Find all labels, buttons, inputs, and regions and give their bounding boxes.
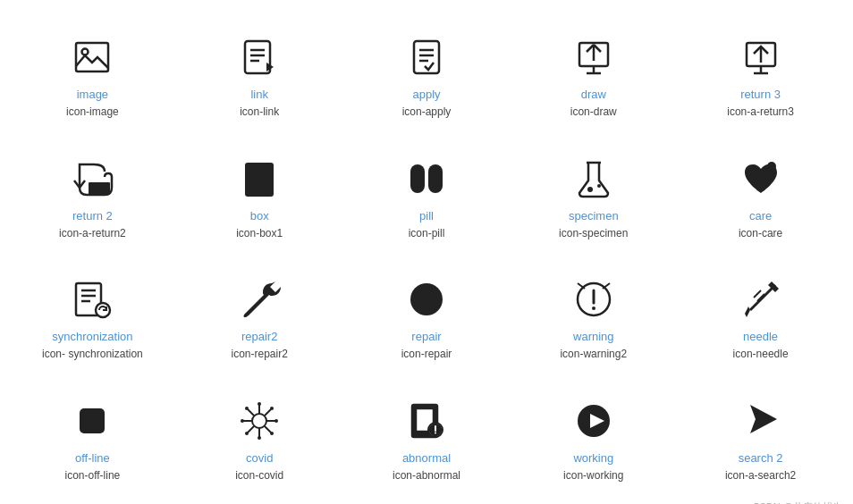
specimen-icon [570, 155, 617, 202]
svg-point-40 [252, 414, 266, 428]
svg-rect-20 [89, 182, 110, 195]
care-icon [738, 155, 784, 202]
svg-point-48 [274, 419, 278, 423]
search2-class: icon-a-search2 [725, 468, 796, 483]
icon-cell-working: working icon-working [510, 382, 677, 503]
svg-line-38 [754, 290, 761, 298]
image-class: icon-image [66, 105, 119, 120]
icon-cell-box: box icon-box1 [176, 139, 343, 261]
svg-point-44 [258, 436, 261, 440]
apply-icon [403, 34, 450, 80]
svg-point-35 [592, 307, 595, 310]
svg-point-56 [245, 432, 249, 435]
icon-cell-link: link icon-link [176, 18, 343, 139]
svg-rect-39 [80, 408, 105, 433]
svg-point-42 [258, 402, 261, 406]
box-icon [236, 155, 283, 202]
svg-rect-2 [245, 41, 270, 73]
covid-label: covid [246, 451, 273, 466]
svg-line-49 [248, 409, 254, 416]
icon-cell-covid: covid icon-covid [176, 382, 343, 503]
return2-label: return 2 [72, 209, 113, 224]
icon-cell-return2: return 2 icon-a-return2 [9, 139, 176, 261]
svg-rect-22 [410, 164, 425, 193]
abnormal-label: abnormal [402, 451, 451, 466]
image-icon [69, 34, 115, 80]
sync-label: synchronization [52, 330, 132, 345]
icon-cell-search2: search 2 icon-a-search2 [677, 382, 844, 503]
search2-icon [738, 398, 784, 444]
image-label: image [77, 88, 108, 103]
svg-point-61 [435, 433, 436, 434]
svg-point-27 [767, 162, 776, 171]
link-class: icon-link [240, 105, 279, 120]
repair-icon [403, 276, 450, 323]
needle-label: needle [743, 330, 778, 345]
return3-class: icon-a-return3 [727, 105, 794, 120]
svg-line-51 [265, 426, 271, 433]
icon-cell-warning: warning icon-warning2 [510, 260, 677, 382]
warning-label: warning [573, 330, 614, 345]
apply-label: apply [412, 88, 440, 103]
icon-cell-needle: needle icon-needle [677, 260, 844, 382]
specimen-class: icon-specimen [559, 226, 628, 241]
icon-cell-repair: repair icon-repair [343, 260, 511, 382]
pill-icon [403, 155, 450, 202]
warning-icon [570, 276, 617, 323]
repair2-class: icon-repair2 [232, 347, 288, 362]
icon-cell-return3: return 3 icon-a-return3 [677, 18, 844, 139]
repair2-icon [236, 276, 283, 323]
icon-cell-pill: pill icon-pill [343, 139, 511, 261]
icon-cell-image: image icon-image [9, 18, 176, 139]
icon-cell-repair2: repair2 icon-repair2 [176, 260, 343, 382]
box-class: icon-box1 [236, 226, 283, 241]
pill-class: icon-pill [409, 226, 445, 241]
abnormal-icon [403, 398, 450, 444]
svg-point-52 [270, 432, 274, 435]
icon-cell-draw: draw icon-draw [510, 18, 677, 139]
svg-rect-21 [245, 163, 274, 197]
link-icon [236, 34, 283, 80]
working-label: working [573, 451, 613, 466]
svg-point-54 [270, 407, 274, 410]
search2-label: search 2 [739, 451, 783, 466]
svg-marker-64 [750, 405, 777, 433]
return2-class: icon-a-return2 [59, 226, 126, 241]
abnormal-class: icon-abnormal [393, 468, 460, 483]
covid-icon [236, 398, 283, 444]
icon-cell-offline: off-line icon-off-line [9, 382, 176, 503]
svg-line-53 [265, 409, 271, 416]
care-class: icon-care [739, 226, 782, 241]
link-label: link [250, 88, 268, 103]
return3-icon [738, 34, 784, 80]
covid-class: icon-covid [235, 468, 283, 483]
sync-class: icon- synchronization [42, 347, 143, 362]
svg-line-55 [248, 426, 254, 433]
care-label: care [749, 209, 772, 224]
working-class: icon-working [563, 468, 623, 483]
offline-icon [69, 398, 115, 444]
pill-label: pill [419, 209, 434, 224]
svg-point-46 [241, 419, 244, 423]
synchronization-icon [69, 276, 115, 323]
svg-rect-23 [428, 164, 443, 193]
box-label: box [250, 209, 269, 224]
svg-point-33 [410, 283, 443, 315]
draw-class: icon-draw [570, 105, 617, 120]
needle-class: icon-needle [733, 347, 789, 362]
draw-label: draw [581, 88, 606, 103]
offline-label: off-line [75, 451, 110, 466]
warning-class: icon-warning2 [560, 347, 627, 362]
icon-cell-apply: apply icon-apply [343, 18, 511, 139]
repair2-label: repair2 [241, 330, 277, 345]
svg-point-25 [587, 187, 593, 192]
working-icon [570, 398, 617, 444]
return2-icon [69, 155, 115, 202]
icon-cell-specimen: specimen icon-specimen [510, 139, 677, 261]
svg-point-50 [245, 407, 249, 410]
icon-cell-abnormal: abnormal icon-abnormal [343, 382, 511, 503]
icon-grid: image icon-image link icon-link [0, 0, 853, 504]
svg-point-26 [597, 184, 601, 188]
return3-label: return 3 [740, 88, 781, 103]
repair-label: repair [411, 330, 441, 345]
